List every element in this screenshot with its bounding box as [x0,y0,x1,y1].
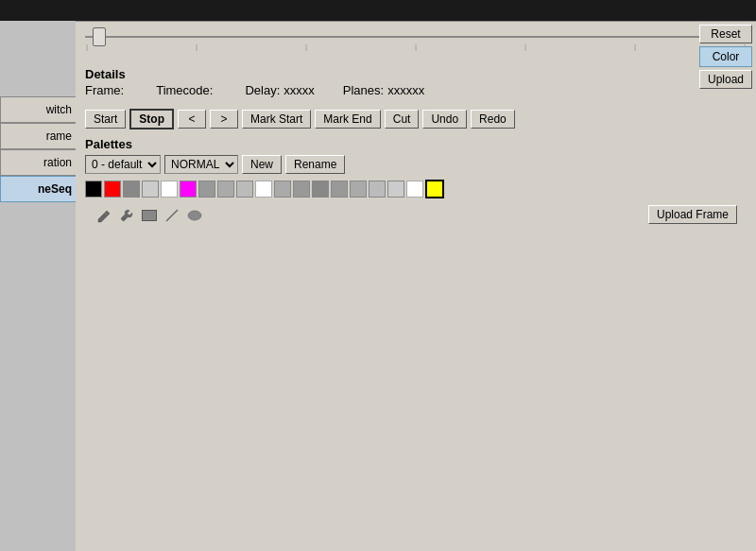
color-swatches-row [85,180,747,198]
color-swatch-red[interactable] [104,181,121,198]
timeline-area [76,22,756,63]
color-swatch-yellow[interactable] [425,180,444,198]
tick-row [85,46,747,60]
color-swatch-magenta[interactable] [180,181,197,198]
palettes-section: Palettes 0 - default NORMAL New Rename [76,133,756,234]
svg-point-2 [188,211,201,220]
sidebar-item-witch[interactable]: witch [0,96,76,123]
details-row: Frame: Timecode: Delay: xxxxx Planes: xx… [85,83,747,97]
color-swatch-gray6[interactable] [274,181,291,198]
tools-upload-row: Upload Frame [85,198,747,231]
mark-start-button[interactable]: Mark Start [242,110,311,129]
color-swatch-gray5[interactable] [236,181,253,198]
start-button[interactable]: Start [85,110,126,129]
stop-button[interactable]: Stop [129,109,174,129]
color-swatch-gray10[interactable] [350,181,367,198]
top-bar [0,0,756,21]
color-swatch-gray2[interactable] [142,181,159,198]
mode-select[interactable]: NORMAL [164,155,238,174]
color-button[interactable]: Color [699,46,752,67]
color-swatch-gray4[interactable] [217,181,234,198]
timecode-label: Timecode: [156,83,213,97]
reset-button[interactable]: Reset [699,25,752,43]
slider-line [85,36,747,38]
rename-palette-button[interactable]: Rename [285,155,345,174]
mark-end-button[interactable]: Mark End [315,110,380,129]
right-panel: Reset Color Upload [696,21,756,93]
color-swatch-gray3[interactable] [198,181,215,198]
redo-button[interactable]: Redo [471,110,515,129]
upload-button[interactable]: Upload [699,70,752,89]
palettes-label: Palettes [85,137,747,151]
timecode-item: Timecode: [156,83,216,97]
color-swatch-gray8[interactable] [312,181,329,198]
tools-row [94,202,204,229]
planes-label: Planes: [343,83,384,97]
color-swatch-gray12[interactable] [387,181,404,198]
planes-value: xxxxxx [387,83,424,97]
details-label: Details [85,67,747,81]
left-sidebar: witch rame ration neSeq [0,21,76,202]
palette-select[interactable]: 0 - default [85,155,161,174]
line-icon[interactable] [163,206,181,225]
frame-item: Frame: [85,83,128,97]
sidebar-item-ration[interactable]: ration [0,149,76,176]
controls-row: Start Stop < > Mark Start Mark End Cut U… [76,105,756,133]
color-swatch-gray7[interactable] [293,181,310,198]
upload-frame-button[interactable]: Upload Frame [648,205,737,224]
details-section: Details Frame: Timecode: Delay: xxxxx Pl… [76,63,756,105]
rectangle-icon[interactable] [140,206,159,225]
prev-button[interactable]: < [178,110,206,129]
color-swatch-gray11[interactable] [369,181,386,198]
sidebar-item-neseq[interactable]: neSeq [0,176,76,202]
color-swatch-white3[interactable] [406,181,423,198]
ellipse-icon[interactable] [185,206,204,225]
color-swatch-black[interactable] [85,181,102,198]
new-palette-button[interactable]: New [242,155,282,174]
pencil-icon[interactable] [94,206,113,225]
svg-line-1 [166,210,178,221]
sidebar-item-rame[interactable]: rame [0,123,76,149]
color-swatch-white2[interactable] [255,181,272,198]
planes-item: Planes: xxxxxx [343,83,424,97]
delay-value: xxxxx [284,83,315,97]
slider-handle[interactable] [93,27,106,46]
color-swatch-white1[interactable] [161,181,178,198]
wrench-icon[interactable] [117,206,136,225]
next-button[interactable]: > [210,110,238,129]
cut-button[interactable]: Cut [385,110,420,129]
color-swatch-gray9[interactable] [331,181,348,198]
main-panel: Details Frame: Timecode: Delay: xxxxx Pl… [76,21,756,551]
palette-controls: 0 - default NORMAL New Rename [85,155,747,174]
frame-label: Frame: [85,83,124,97]
delay-label: Delay: [245,83,280,97]
delay-item: Delay: xxxxx [245,83,314,97]
undo-button[interactable]: Undo [422,110,467,129]
color-swatch-gray1[interactable] [123,181,140,198]
